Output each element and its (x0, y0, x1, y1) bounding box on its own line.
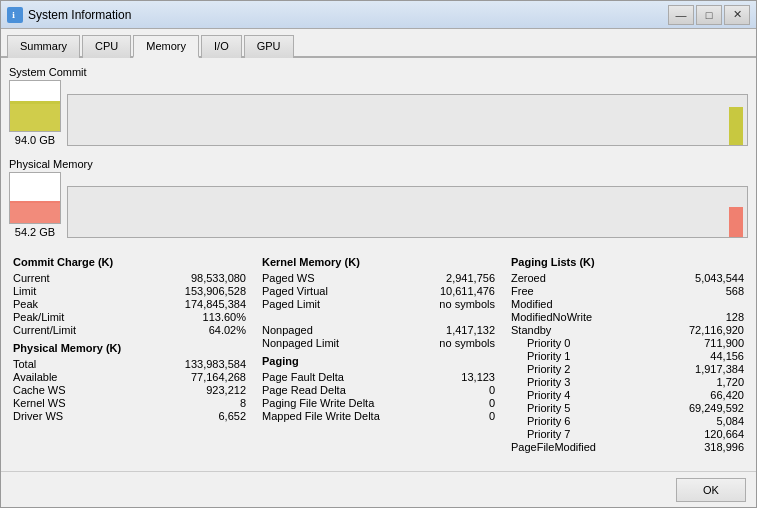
system-commit-thumb-wrap: 94.0 GB (9, 80, 61, 146)
paging-p1-row: Priority 1 44,156 (511, 350, 744, 362)
paging-standby-row: Standby 72,116,920 (511, 324, 744, 336)
commit-current-value: 98,533,080 (191, 272, 246, 284)
commit-limit-value: 153,906,528 (185, 285, 246, 297)
system-commit-history (67, 94, 748, 146)
system-commit-size: 94.0 GB (15, 134, 55, 146)
paging-file-write-row: Paging File Write Delta 0 (262, 397, 495, 409)
commit-current-row: Current 98,533,080 (13, 272, 246, 284)
physical-memory-history (67, 186, 748, 238)
system-commit-row: 94.0 GB (9, 80, 748, 146)
commit-peak-label: Peak (13, 298, 38, 310)
paging-free-row: Free 568 (511, 285, 744, 297)
kernel-nonpaged-row: Nonpaged 1,417,132 (262, 324, 495, 336)
tab-cpu[interactable]: CPU (82, 35, 131, 58)
tab-io[interactable]: I/O (201, 35, 242, 58)
system-commit-label: System Commit (9, 66, 748, 78)
page-read-row: Page Read Delta 0 (262, 384, 495, 396)
maximize-button[interactable]: □ (696, 5, 722, 25)
page-fault-row: Page Fault Delta 13,123 (262, 371, 495, 383)
window-title: System Information (28, 8, 668, 22)
tab-bar: Summary CPU Memory I/O GPU (1, 29, 756, 58)
physical-memory-label: Physical Memory (9, 158, 748, 170)
title-bar: ℹ System Information — □ ✕ (1, 1, 756, 29)
col-paging-lists: Paging Lists (K) Zeroed 5,043,544 Free 5… (507, 252, 748, 458)
tab-gpu[interactable]: GPU (244, 35, 294, 58)
bottom-bar: OK (1, 471, 756, 507)
commit-peak-limit-label: Peak/Limit (13, 311, 64, 323)
kernel-paged-limit-row: Paged Limit no symbols (262, 298, 495, 310)
commit-peak-row: Peak 174,845,384 (13, 298, 246, 310)
commit-current-limit-row: Current/Limit 64.02% (13, 324, 246, 336)
tab-memory[interactable]: Memory (133, 35, 199, 58)
physical-memory-row: 54.2 GB (9, 172, 748, 238)
paging-title: Paging (262, 355, 495, 367)
paging-p2-row: Priority 2 1,917,384 (511, 363, 744, 375)
physical-memory-stats-title: Physical Memory (K) (13, 342, 246, 354)
paging-pagefile-modified-row: PageFileModified 318,996 (511, 441, 744, 453)
phys-total-row: Total 133,983,584 (13, 358, 246, 370)
paging-p7-row: Priority 7 120,664 (511, 428, 744, 440)
col-commit: Commit Charge (K) Current 98,533,080 Lim… (9, 252, 250, 458)
commit-limit-label: Limit (13, 285, 36, 297)
paging-modified-row: Modified (511, 298, 744, 310)
phys-driver-row: Driver WS 6,652 (13, 410, 246, 422)
ok-button[interactable]: OK (676, 478, 746, 502)
system-commit-section: System Commit 94.0 GB (9, 66, 748, 146)
paging-p0-row: Priority 0 711,900 (511, 337, 744, 349)
commit-current-limit-label: Current/Limit (13, 324, 76, 336)
paging-zeroed-row: Zeroed 5,043,544 (511, 272, 744, 284)
kernel-paged-ws-row: Paged WS 2,941,756 (262, 272, 495, 284)
kernel-nonpaged-limit-row: Nonpaged Limit no symbols (262, 337, 495, 349)
paging-p6-row: Priority 6 5,084 (511, 415, 744, 427)
paging-p3-row: Priority 3 1,720 (511, 376, 744, 388)
content-area: System Commit 94.0 GB (1, 58, 756, 471)
commit-charge-title: Commit Charge (K) (13, 256, 246, 268)
minimize-button[interactable]: — (668, 5, 694, 25)
phys-available-row: Available 77,164,268 (13, 371, 246, 383)
charts-area: System Commit 94.0 GB (9, 66, 748, 246)
window-controls: — □ ✕ (668, 5, 750, 25)
main-window: ℹ System Information — □ ✕ Summary CPU M… (0, 0, 757, 508)
phys-cache-row: Cache WS 923,212 (13, 384, 246, 396)
commit-current-limit-value: 64.02% (209, 324, 246, 336)
physical-memory-thumb-wrap: 54.2 GB (9, 172, 61, 238)
all-stats: Commit Charge (K) Current 98,533,080 Lim… (9, 252, 748, 458)
kernel-memory-title: Kernel Memory (K) (262, 256, 495, 268)
paging-p5-row: Priority 5 69,249,592 (511, 402, 744, 414)
commit-peak-value: 174,845,384 (185, 298, 246, 310)
physical-memory-section: Physical Memory 54.2 GB (9, 158, 748, 238)
phys-kernel-row: Kernel WS 8 (13, 397, 246, 409)
paging-group: Paging Page Fault Delta 13,123 Page Read… (262, 355, 495, 422)
tab-summary[interactable]: Summary (7, 35, 80, 58)
paging-lists-title: Paging Lists (K) (511, 256, 744, 268)
svg-text:ℹ: ℹ (12, 11, 15, 20)
close-button[interactable]: ✕ (724, 5, 750, 25)
commit-current-label: Current (13, 272, 50, 284)
commit-limit-row: Limit 153,906,528 (13, 285, 246, 297)
commit-peak-limit-row: Peak/Limit 113.60% (13, 311, 246, 323)
paging-modified-nowrite-row: ModifiedNoWrite 128 (511, 311, 744, 323)
physical-memory-stats-group: Physical Memory (K) Total 133,983,584 Av… (13, 342, 246, 422)
col-kernel: Kernel Memory (K) Paged WS 2,941,756 Pag… (258, 252, 499, 458)
kernel-spacer-row (262, 311, 495, 323)
paging-p4-row: Priority 4 66,420 (511, 389, 744, 401)
physical-memory-thumb (9, 172, 61, 224)
system-commit-thumb (9, 80, 61, 132)
physical-memory-size: 54.2 GB (15, 226, 55, 238)
window-icon: ℹ (7, 7, 23, 23)
mapped-file-write-row: Mapped File Write Delta 0 (262, 410, 495, 422)
commit-peak-limit-value: 113.60% (203, 311, 246, 323)
kernel-paged-virtual-row: Paged Virtual 10,611,476 (262, 285, 495, 297)
